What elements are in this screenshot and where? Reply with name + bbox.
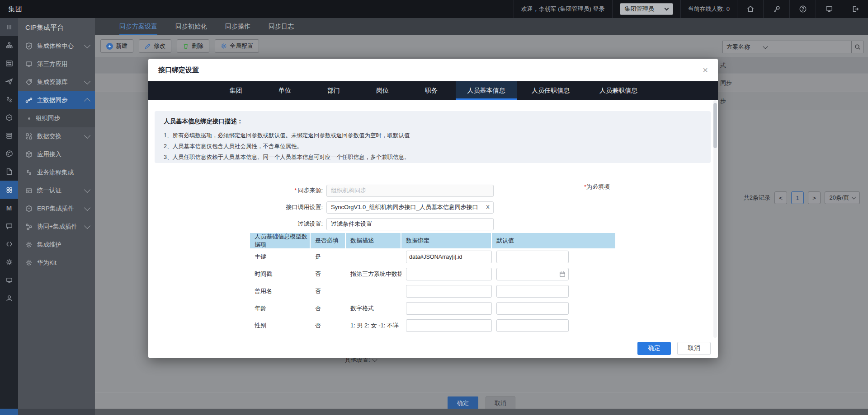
binding-input[interactable] bbox=[406, 268, 491, 280]
rail-m-item[interactable]: M bbox=[0, 199, 18, 217]
tab-position[interactable]: 职务 bbox=[407, 81, 456, 100]
rail-send-item[interactable] bbox=[0, 72, 18, 90]
binding-input-wrap bbox=[406, 251, 492, 263]
sidebar-item-label: 协同+集成插件 bbox=[37, 223, 85, 231]
col-header-default: 默认值 bbox=[492, 233, 615, 248]
delete-button-label: 删除 bbox=[192, 42, 203, 50]
side-menu: CIP集成平台 集成体检中心 第三方应用 集成资源库 主数据同步 组织同步 数据… bbox=[18, 18, 95, 409]
current-page[interactable]: 1 bbox=[791, 191, 804, 204]
role-select-value: 集团管理员 bbox=[625, 5, 654, 13]
password-button[interactable] bbox=[763, 0, 789, 18]
api-call-field[interactable]: X bbox=[326, 201, 494, 214]
tab-sync-log[interactable]: 同步日志 bbox=[269, 18, 294, 35]
modal-scrollbar-thumb[interactable] bbox=[713, 103, 717, 148]
global-config-button[interactable]: 全局配置 bbox=[215, 39, 259, 53]
rail-palette-item[interactable] bbox=[0, 145, 18, 163]
rail-org-item[interactable] bbox=[0, 36, 18, 54]
search-button[interactable] bbox=[852, 41, 863, 53]
api-call-input[interactable] bbox=[327, 202, 493, 213]
chevron-down-icon bbox=[84, 223, 90, 229]
default-input[interactable] bbox=[497, 303, 568, 314]
sidebar-item-unified-auth[interactable]: 统一认证 bbox=[18, 182, 95, 200]
bg-ok-button[interactable]: 确定 bbox=[448, 396, 478, 410]
tab-post[interactable]: 岗位 bbox=[358, 81, 407, 100]
rail-chat-item[interactable] bbox=[0, 217, 18, 235]
rail-cap-item[interactable] bbox=[0, 108, 18, 126]
binding-input[interactable] bbox=[406, 285, 491, 297]
tab-group[interactable]: 集团 bbox=[212, 81, 260, 100]
binding-input[interactable] bbox=[406, 303, 491, 314]
tab-person-parttime-info[interactable]: 人员兼职信息 bbox=[585, 81, 652, 100]
rail-code-item[interactable] bbox=[0, 235, 18, 253]
default-input-wrap bbox=[496, 302, 569, 315]
sidebar-item-resource-library[interactable]: 集成资源库 bbox=[18, 73, 95, 91]
sidebar-item-huawei-kit[interactable]: 华为Kit bbox=[18, 254, 95, 272]
sidebar-item-org-sync[interactable]: 组织同步 bbox=[18, 109, 95, 127]
console-button[interactable] bbox=[816, 0, 842, 18]
default-input[interactable] bbox=[497, 285, 568, 297]
role-select[interactable]: 集团管理员 bbox=[620, 3, 673, 15]
gear-icon bbox=[221, 43, 227, 49]
rail-document-item[interactable] bbox=[0, 163, 18, 181]
tab-sync-init[interactable]: 同步初始化 bbox=[175, 18, 207, 35]
bg-cancel-button[interactable]: 取消 bbox=[486, 396, 515, 410]
help-button[interactable] bbox=[789, 0, 816, 18]
rail-user-item[interactable] bbox=[0, 289, 18, 307]
home-button[interactable] bbox=[737, 0, 763, 18]
rail-monitor-item[interactable] bbox=[0, 271, 18, 289]
chevron-up-icon bbox=[84, 98, 90, 104]
tab-sync-plan-settings[interactable]: 同步方案设置 bbox=[119, 18, 157, 35]
tab-unit[interactable]: 单位 bbox=[260, 81, 309, 100]
tab-person-employment-info[interactable]: 人员任职信息 bbox=[517, 81, 585, 100]
filter-field-select[interactable]: 方案名称 bbox=[722, 41, 771, 53]
bottom-scrollbar[interactable] bbox=[0, 409, 868, 415]
sidebar-item-data-exchange[interactable]: 数据交换 bbox=[18, 127, 95, 145]
tab-department[interactable]: 部门 bbox=[309, 81, 358, 100]
sidebar-item-erp-plugin[interactable]: ERP集成插件 bbox=[18, 200, 95, 218]
rail-menu-toggle[interactable] bbox=[0, 18, 18, 36]
sidebar-item-bpm-integration[interactable]: 业务流程集成 bbox=[18, 163, 95, 182]
cancel-button[interactable]: 取消 bbox=[677, 342, 711, 355]
sidebar-item-master-data-sync[interactable]: 主数据同步 bbox=[18, 91, 95, 109]
delete-button[interactable]: 删除 bbox=[177, 39, 209, 53]
sidebar-item-third-party[interactable]: 第三方应用 bbox=[18, 55, 95, 73]
binding-input-wrap bbox=[406, 302, 492, 315]
rail-adapter-item[interactable] bbox=[0, 54, 18, 72]
prev-page-button[interactable]: < bbox=[774, 191, 787, 204]
filter-settings-field[interactable] bbox=[326, 218, 494, 230]
binding-input[interactable] bbox=[406, 320, 491, 331]
cell-description: 1: 男 2: 女 -1: 不详 bbox=[346, 322, 401, 330]
default-input[interactable] bbox=[497, 320, 568, 331]
logout-button[interactable] bbox=[842, 0, 868, 18]
default-input[interactable] bbox=[497, 251, 568, 263]
monitor-icon bbox=[5, 276, 13, 284]
binding-input[interactable] bbox=[406, 251, 491, 263]
filter-settings-input[interactable] bbox=[327, 219, 493, 230]
new-button[interactable]: + 新建 bbox=[100, 39, 133, 53]
edit-button[interactable]: 修改 bbox=[139, 39, 171, 53]
confirm-button[interactable]: 确定 bbox=[637, 342, 671, 355]
user-icon bbox=[5, 294, 13, 302]
sidebar-item-health-center[interactable]: 集成体检中心 bbox=[18, 37, 95, 55]
rail-repository-item[interactable] bbox=[0, 126, 18, 145]
tab-sync-operation[interactable]: 同步操作 bbox=[225, 18, 250, 35]
page-size-select[interactable]: 20条/页 bbox=[825, 191, 860, 204]
binding-input-wrap bbox=[406, 285, 492, 298]
search-input[interactable] bbox=[771, 41, 852, 53]
close-icon[interactable]: × bbox=[703, 65, 708, 75]
bottom-strip-accent bbox=[0, 409, 18, 415]
clear-icon[interactable]: X bbox=[486, 204, 490, 210]
rail-settings-item[interactable] bbox=[0, 253, 18, 271]
sidebar-item-integration-maintenance[interactable]: 集成维护 bbox=[18, 236, 95, 254]
sidebar-item-app-access[interactable]: 应用接入 bbox=[18, 145, 95, 163]
rail-flow-item[interactable] bbox=[0, 90, 18, 108]
share-nodes-icon bbox=[25, 223, 33, 230]
calendar-icon[interactable] bbox=[559, 271, 566, 279]
default-input[interactable] bbox=[497, 268, 568, 280]
next-page-button[interactable]: > bbox=[808, 191, 821, 204]
tab-person-basic-info[interactable]: 人员基本信息 bbox=[456, 81, 517, 100]
paper-plane-icon bbox=[5, 78, 13, 85]
rail-apps-item-active[interactable] bbox=[0, 181, 18, 199]
sidebar-item-oa-plugin[interactable]: 协同+集成插件 bbox=[18, 218, 95, 236]
sync-source-input bbox=[327, 185, 493, 196]
